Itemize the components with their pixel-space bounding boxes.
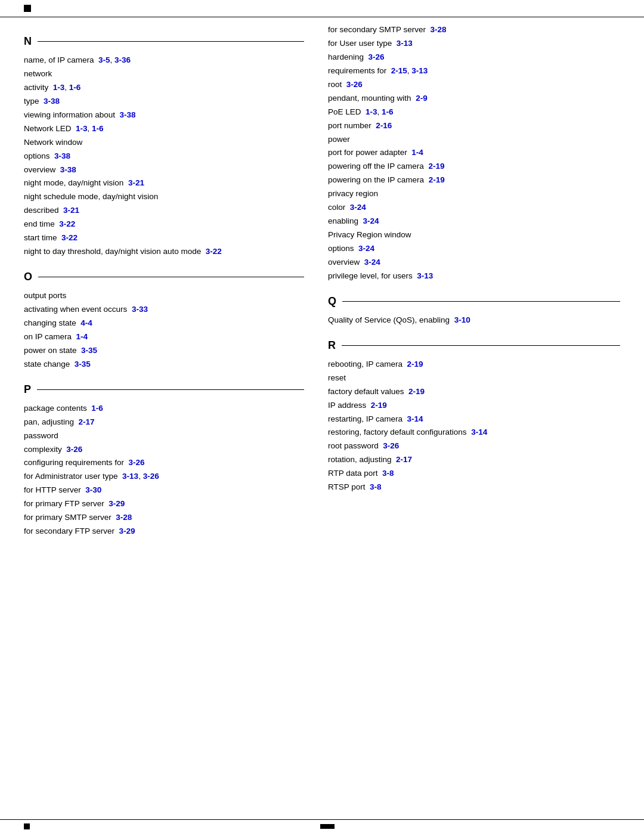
index-link[interactable]: 1-3 xyxy=(366,107,377,116)
index-link[interactable]: 1-6 xyxy=(91,404,103,413)
index-link[interactable]: 3-14 xyxy=(471,428,487,436)
entry-text: end time xyxy=(24,219,55,228)
index-link[interactable]: 3-22 xyxy=(61,233,78,242)
index-link[interactable]: 3-36 xyxy=(114,55,131,64)
entry-text: RTP data port xyxy=(328,469,378,478)
right-column: for secondary SMTP server 3-28 for User … xyxy=(322,23,620,819)
index-link[interactable]: 2-19 xyxy=(371,401,387,410)
section-header: R xyxy=(328,339,620,352)
index-entry: configuring requirements for 3-26 xyxy=(24,456,304,470)
index-link[interactable]: 3-24 xyxy=(358,244,374,253)
entry-text: powering on the IP camera xyxy=(328,175,424,184)
index-link[interactable]: 2-19 xyxy=(428,162,444,171)
index-link[interactable]: 3-33 xyxy=(132,305,148,314)
entry-text: root password xyxy=(328,441,379,450)
index-link[interactable]: 2-16 xyxy=(376,121,392,130)
index-link[interactable]: 3-24 xyxy=(364,258,380,267)
section-letter: N xyxy=(24,35,32,48)
index-link[interactable]: 3-26 xyxy=(129,458,145,467)
entry-text: night schedule mode, day/night vision xyxy=(24,192,158,201)
index-entry: output ports xyxy=(24,289,304,303)
index-link[interactable]: 3-29 xyxy=(109,499,125,508)
entry-text: on IP camera xyxy=(24,332,72,341)
entry-text: options xyxy=(328,244,354,253)
index-link[interactable]: 3-28 xyxy=(116,513,132,522)
index-link[interactable]: 1-4 xyxy=(411,148,423,157)
index-link[interactable]: 3-29 xyxy=(119,527,135,535)
index-entry: power xyxy=(328,133,620,147)
index-link[interactable]: 2-17 xyxy=(396,455,412,464)
index-link[interactable]: 2-15 xyxy=(391,66,407,75)
index-link[interactable]: 3-13 xyxy=(411,66,428,75)
index-link[interactable]: 3-22 xyxy=(206,247,222,256)
index-link[interactable]: 3-8 xyxy=(370,482,382,491)
index-entry: Network LED 1-3, 1-6 xyxy=(24,122,304,136)
index-link[interactable]: 3-5 xyxy=(98,55,110,64)
index-link[interactable]: 1-4 xyxy=(76,332,88,341)
index-link[interactable]: 1-6 xyxy=(69,83,81,92)
entry-text: described xyxy=(24,206,59,215)
index-link[interactable]: 1-3 xyxy=(76,124,88,133)
index-entry: for User user type 3-13 xyxy=(328,37,620,51)
index-link[interactable]: 1-6 xyxy=(382,107,394,116)
entry-text: for primary FTP server xyxy=(24,499,104,508)
index-link[interactable]: 2-17 xyxy=(79,417,95,426)
index-link[interactable]: 3-24 xyxy=(363,216,379,225)
index-link[interactable]: 3-14 xyxy=(407,414,423,423)
index-entry: privilege level, for users 3-13 xyxy=(328,270,620,283)
index-link[interactable]: 3-35 xyxy=(75,360,91,368)
index-link[interactable]: 3-21 xyxy=(128,178,144,187)
index-link[interactable]: 2-19 xyxy=(408,387,425,396)
index-link[interactable]: 3-38 xyxy=(120,110,136,119)
entry-text: restarting, IP camera xyxy=(328,414,402,423)
index-link[interactable]: 3-13 xyxy=(122,472,138,481)
index-link[interactable]: 3-8 xyxy=(382,469,394,478)
index-link[interactable]: 3-38 xyxy=(44,97,60,106)
index-link[interactable]: 3-26 xyxy=(369,52,385,61)
index-link[interactable]: 3-26 xyxy=(66,445,82,454)
entry-text: package contents xyxy=(24,404,87,413)
index-link[interactable]: 3-10 xyxy=(454,315,470,324)
index-entry: pendant, mounting with 2-9 xyxy=(328,92,620,106)
index-link[interactable]: 1-6 xyxy=(92,124,104,133)
index-link[interactable]: 2-19 xyxy=(429,175,445,184)
index-link[interactable]: 2-19 xyxy=(407,360,423,368)
index-link[interactable]: 2-9 xyxy=(416,94,428,103)
entry-text: activating when event occurs xyxy=(24,305,127,314)
index-link[interactable]: 3-26 xyxy=(383,441,399,450)
entry-text: reset xyxy=(328,373,346,382)
index-entry: PoE LED 1-3, 1-6 xyxy=(328,106,620,119)
index-link[interactable]: 1-3 xyxy=(53,83,65,92)
entry-text: pendant, mounting with xyxy=(328,94,411,103)
index-entry: changing state 4-4 xyxy=(24,317,304,330)
index-entry: activity 1-3, 1-6 xyxy=(24,81,304,95)
index-entry: IP address 2-19 xyxy=(328,399,620,413)
index-link[interactable]: 3-22 xyxy=(59,219,75,228)
index-link[interactable]: 3-21 xyxy=(63,206,79,215)
index-entry: requirements for 2-15, 3-13 xyxy=(328,64,620,78)
index-entry: for primary FTP server 3-29 xyxy=(24,497,304,511)
entry-text: for primary SMTP server xyxy=(24,513,112,522)
index-link[interactable]: 3-26 xyxy=(346,80,363,89)
index-entry: night schedule mode, day/night vision xyxy=(24,190,304,204)
index-link[interactable]: 3-28 xyxy=(431,25,447,34)
index-link[interactable]: 3-38 xyxy=(54,151,70,160)
index-link[interactable]: 3-24 xyxy=(350,203,366,212)
entry-text: Quality of Service (QoS), enabling xyxy=(328,315,450,324)
entry-text: night to day threshold, day/night vision… xyxy=(24,247,201,256)
entry-text: type xyxy=(24,97,39,106)
entry-text: power on state xyxy=(24,346,77,355)
index-entry: network xyxy=(24,67,304,81)
entry-text: password xyxy=(24,431,58,440)
index-link[interactable]: 3-13 xyxy=(417,271,433,280)
entry-text: for secondary SMTP server xyxy=(328,25,426,34)
entry-text: factory default values xyxy=(328,387,404,396)
index-link[interactable]: 3-35 xyxy=(81,346,97,355)
index-entry: viewing information about 3-38 xyxy=(24,109,304,122)
index-link[interactable]: 3-30 xyxy=(85,485,101,494)
index-link[interactable]: 3-26 xyxy=(143,472,159,481)
index-link[interactable]: 4-4 xyxy=(80,318,92,327)
index-link[interactable]: 3-13 xyxy=(397,39,413,48)
section-line xyxy=(342,301,620,302)
index-link[interactable]: 3-38 xyxy=(60,165,76,174)
